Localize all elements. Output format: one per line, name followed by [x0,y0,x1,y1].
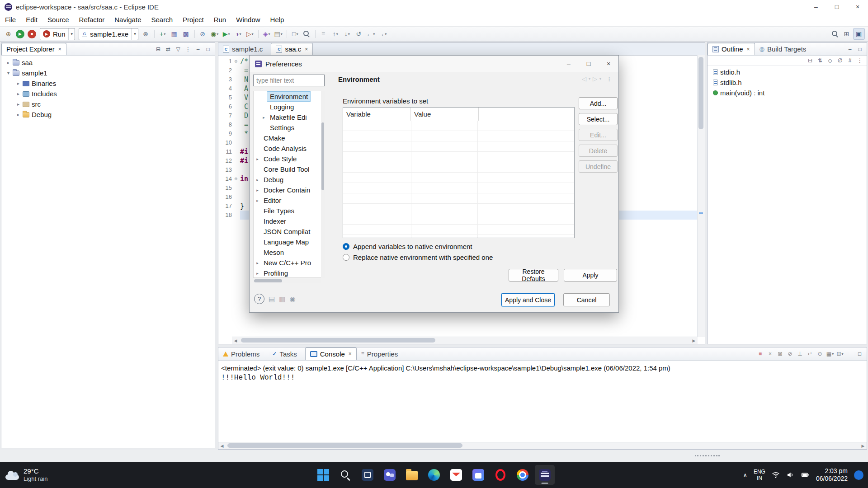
profile-icon[interactable]: ◑▾ [233,28,244,39]
build-all-icon[interactable]: ▤▾ [273,28,284,39]
line-number[interactable]: 13 [218,165,232,174]
forward-icon[interactable]: ▷ [593,75,597,82]
preferences-tree-item[interactable]: Meson [254,247,324,258]
fold-marker-icon[interactable] [232,211,240,220]
fold-marker-icon[interactable] [232,120,240,129]
battery-icon[interactable] [801,471,810,479]
preferences-tree-item[interactable]: Settings [254,122,324,133]
expand-arrow-icon[interactable]: ▸ [5,60,12,65]
export-preferences-icon[interactable]: ▤ [269,295,275,303]
chevron-down-icon[interactable]: ▾ [68,28,73,40]
hidden-icons-chevron[interactable]: ∧ [743,472,747,479]
close-icon[interactable]: × [349,351,352,357]
scroll-lock-icon[interactable]: ⊥ [796,349,805,358]
back-icon[interactable]: ←▾ [365,28,376,39]
view-tab[interactable]: Outline × [708,43,755,55]
save-icon[interactable]: ▦ [169,28,180,39]
restore-defaults-button[interactable]: Restore Defaults [509,269,558,282]
fold-marker-icon[interactable] [232,165,240,174]
debug-icon[interactable]: ◉▾ [209,28,220,39]
radio-option[interactable]: Replace native environment with specifie… [343,252,493,263]
preferences-tree-item[interactable]: Code Analysis [254,143,324,154]
line-number[interactable]: 12 [218,156,232,165]
preferences-tree-item[interactable]: ▸ Profiling [254,268,324,278]
open-console-icon[interactable]: ⊞▾ [835,349,844,358]
menu-item[interactable]: File [0,14,21,26]
collapse-all-icon[interactable]: ⊟ [806,56,815,65]
maximize-icon[interactable]: □ [855,45,864,54]
fold-marker-icon[interactable] [232,156,240,165]
line-number[interactable]: 9 [218,129,232,138]
expand-arrow-icon[interactable]: ▸ [255,271,260,276]
view-tab[interactable]: Console × [305,347,357,360]
fold-marker-icon[interactable] [232,138,240,147]
preferences-tree-item[interactable]: ▸ Debug [254,174,324,185]
remove-all-launches-icon[interactable]: ⊠ [776,349,785,358]
link-with-editor-icon[interactable]: ⇄ [164,45,173,54]
preferences-tree-item[interactable]: CMake [254,133,324,143]
expand-arrow-icon[interactable]: ▸ [255,261,260,265]
radio-button-icon[interactable] [343,243,349,250]
tree-vertical-scrollbar[interactable] [321,91,325,278]
language-indicator[interactable]: ENG IN [754,469,765,482]
view-tab[interactable]: ◎ Build Targets [755,43,815,55]
line-number[interactable]: 18 [218,211,232,220]
line-number[interactable]: 11 [218,147,232,156]
radio-option[interactable]: Append variables to native environment [343,241,493,252]
scroll-left-icon[interactable]: ◀ [218,444,226,448]
start-icon[interactable] [313,465,333,485]
search-icon[interactable] [830,28,840,39]
preferences-tree-item[interactable]: ▸ Editor [254,195,324,206]
radio-button-icon[interactable] [343,254,349,261]
expand-arrow-icon[interactable]: ▸ [261,115,267,120]
filter-icon[interactable]: ▽ [174,45,183,54]
launch-target-combo[interactable]: sample1.exe ▾ [79,28,138,40]
preferences-tree-item[interactable]: Core Build Tool [254,164,324,174]
hide-non-public-icon[interactable]: # [845,56,854,65]
line-number[interactable]: 1 [218,57,232,66]
minimize-icon[interactable]: – [193,45,203,54]
teams-icon[interactable] [380,465,400,485]
chevron-down-icon[interactable]: ▾ [131,28,136,40]
word-wrap-icon[interactable]: ↵ [806,349,815,358]
close-button[interactable]: × [847,0,868,14]
fold-marker-icon[interactable] [232,202,240,211]
minimize-button[interactable]: – [559,56,579,72]
preferences-tree-item[interactable]: ▸ New C/C++ Pro [254,258,324,268]
import-preferences-icon[interactable]: ▥ [279,295,285,303]
close-icon[interactable]: × [305,46,308,52]
task-view-icon[interactable] [358,465,377,485]
save-all-icon[interactable]: ▩ [181,28,192,39]
menu-item[interactable]: Window [231,14,265,26]
maximize-button[interactable]: □ [579,56,599,72]
editor-tab[interactable]: sample1.c [218,43,271,55]
store-icon[interactable] [468,465,488,485]
scroll-left-icon[interactable]: ◀ [232,338,239,343]
minimize-icon[interactable]: – [845,45,854,54]
preferences-tree-item[interactable]: ▸ Makefile Edi [254,112,324,122]
scroll-right-icon[interactable]: ▶ [690,338,698,343]
preferences-tree-item[interactable]: ▸ Code Style [254,154,324,164]
remove-launch-icon[interactable]: × [766,349,775,358]
fold-marker-icon[interactable]: ⊖ [232,57,240,66]
table-column-header[interactable]: Variable [343,108,411,121]
fold-marker-icon[interactable] [232,66,240,75]
scroll-right-icon[interactable]: ▶ [859,444,867,448]
line-number[interactable]: 14 [218,174,232,183]
menu-item[interactable]: Source [42,14,74,26]
chrome-icon[interactable] [513,465,533,485]
view-menu-icon[interactable]: ⋮ [855,56,864,65]
preferences-tree-item[interactable]: Environment [254,91,324,102]
new-element-icon[interactable]: □▾ [290,28,301,39]
minimize-icon[interactable]: – [845,349,854,358]
line-number[interactable]: 6 [218,102,232,111]
sort-icon[interactable]: ⇅ [816,56,825,65]
line-number[interactable]: 5 [218,93,232,102]
line-number[interactable]: 3 [218,75,232,84]
cpp-perspective-icon[interactable]: ▣ [853,28,865,40]
search-icon[interactable] [335,465,355,485]
cancel-button[interactable]: Cancel [563,293,610,306]
fold-marker-icon[interactable] [232,93,240,102]
skip-breakpoints-icon[interactable]: ⊘ [198,28,208,39]
statusbar-grip[interactable] [695,455,720,456]
